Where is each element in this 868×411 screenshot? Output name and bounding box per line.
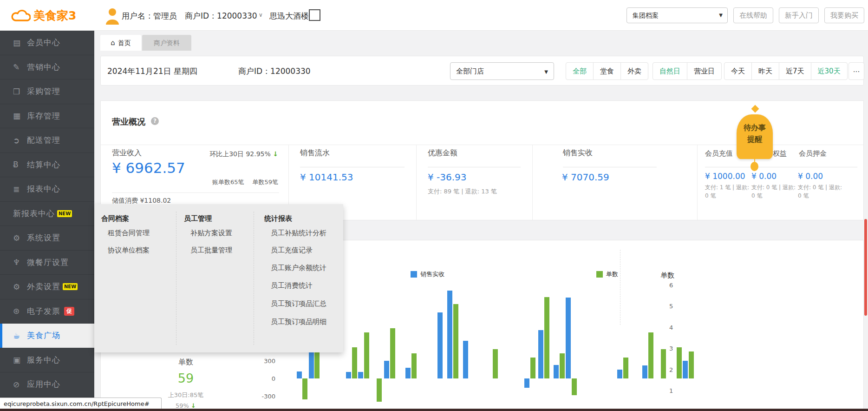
- group-archive-select-value: 集团档案: [633, 12, 659, 19]
- tab-home[interactable]: ⌂首页: [100, 35, 141, 51]
- sidebar-item-e-invoice[interactable]: ⊛电子发票促: [0, 299, 94, 324]
- sidebar-item-purchase-management[interactable]: ❒采购管理: [0, 80, 94, 104]
- menu-item-2-4[interactable]: 员工预订项品汇总: [271, 299, 326, 308]
- header-actions: 集团档案 ▼ 在线帮助 新手入门 我要购买: [627, 7, 864, 23]
- range-3-button[interactable]: 近30天: [811, 62, 848, 80]
- sidebar-item-service-center[interactable]: ▣服务中心: [0, 348, 94, 373]
- todo-reminder-line2: 提醒: [737, 133, 773, 145]
- sidebar-item-takeout-settings[interactable]: ⚙外卖设置NEW: [0, 275, 94, 299]
- chart-bar-销售实收: [309, 352, 314, 378]
- help-question-icon[interactable]: ?: [151, 117, 159, 125]
- divider: [532, 145, 533, 220]
- daytype-1-button[interactable]: 营业日: [687, 62, 722, 80]
- overview-title: 营业概况: [112, 116, 145, 127]
- order-count-compare: 上30日:85笔: [160, 391, 211, 399]
- merchant-id-dropdown[interactable]: 商户ID：12000330: [185, 11, 257, 21]
- chart-bar-单数: [493, 349, 498, 378]
- bell-stem: [754, 158, 755, 162]
- sidebar-item-label: 外卖设置: [27, 281, 60, 292]
- chart-bar-销售实收: [683, 361, 688, 378]
- new-badge: NEW: [63, 283, 78, 290]
- novice-guide-button[interactable]: 新手入门: [779, 7, 819, 23]
- order-count-label: 单数: [160, 358, 211, 367]
- menu-item-2-0[interactable]: 员工补贴统计分析: [271, 229, 326, 238]
- sidebar-item-label: 营销中心: [27, 62, 60, 73]
- revenue-value: ¥ 6962.57: [112, 159, 185, 176]
- sidebar-item-app-center[interactable]: ⊘应用中心: [0, 372, 94, 397]
- chart-bar-单数: [390, 328, 395, 378]
- app-logo-text: 美食家3: [33, 8, 76, 23]
- discount-label: 优惠金额: [428, 148, 457, 158]
- chart-bar-销售实收: [384, 361, 389, 378]
- legend-swatch-0: [411, 271, 417, 278]
- sidebar-item-marketing-center[interactable]: ✎营销中心: [0, 55, 94, 80]
- sidebar-item-delivery-management[interactable]: ➲配送管理: [0, 128, 94, 153]
- sidebar-item-inventory-management[interactable]: ▦库存管理: [0, 104, 94, 129]
- bell-clapper-icon: [751, 162, 758, 171]
- chart-bar-销售实收: [405, 368, 411, 378]
- inventory-building-icon: ▦: [13, 111, 27, 120]
- sidebar-item-label: 新报表中心: [13, 208, 55, 219]
- member-stat-sub-0: 支付: 1 笔 | 退款:: [705, 184, 749, 192]
- user-avatar-icon[interactable]: [103, 6, 122, 25]
- channel-0-button[interactable]: 全部: [566, 62, 594, 80]
- new-badge: NEW: [57, 210, 72, 217]
- qr-code-icon[interactable]: [309, 9, 320, 21]
- range-0-button[interactable]: 今天: [724, 62, 752, 80]
- menu-item-2-1[interactable]: 员工充值记录: [271, 246, 313, 255]
- taskbar-edge: [0, 409, 868, 411]
- member-stat-sub2-1: 0 笔: [751, 192, 762, 200]
- chart-bar-销售实收: [642, 365, 647, 378]
- sidebar-item-label: 结算中心: [27, 159, 60, 170]
- member-stat-sub2-0: 0 笔: [705, 192, 716, 200]
- range-1-button[interactable]: 昨天: [751, 62, 779, 80]
- left-axis-tick-2: -300: [255, 393, 275, 400]
- menu-item-1-1[interactable]: 员工批量管理: [190, 246, 232, 255]
- right-axis-tick-5: 1: [669, 387, 679, 394]
- menu-item-0-1[interactable]: 协议单位档案: [108, 246, 150, 255]
- sidebar: ▤会员中心✎营销中心❒采购管理▦库存管理➲配送管理Ƀ结算中心≣报表中心新报表中心…: [0, 31, 94, 411]
- coffee-cup-icon: ☕: [13, 331, 27, 340]
- group-archive-select[interactable]: 集团档案 ▼: [627, 7, 728, 23]
- chart-bar-单数: [453, 304, 458, 378]
- menu-item-0-0[interactable]: 租赁合同管理: [108, 229, 150, 238]
- sidebar-item-report-center[interactable]: ≣报表中心: [0, 177, 94, 202]
- buy-button[interactable]: 我要购买: [824, 7, 864, 23]
- chart-bar-销售实收: [358, 372, 363, 378]
- chart-bar-销售实收: [447, 291, 452, 378]
- sidebar-item-label: 报表中心: [27, 184, 60, 194]
- sidebar-item-settlement-center[interactable]: Ƀ结算中心: [0, 153, 94, 178]
- username-label: 用户名：管理员: [122, 11, 177, 21]
- store-select-value: 全部门店: [456, 67, 484, 75]
- chevron-down-icon: ∨: [259, 12, 263, 18]
- sidebar-item-member-center[interactable]: ▤会员中心: [0, 31, 94, 55]
- right-axis-tick-2: 4: [669, 324, 679, 331]
- bill-count: 账单数65笔: [212, 179, 244, 186]
- channel-1-button[interactable]: 堂食: [593, 62, 621, 80]
- range-2-button[interactable]: 近7天: [779, 62, 811, 80]
- daytype-0-button[interactable]: 自然日: [653, 62, 687, 80]
- menu-item-1-0[interactable]: 补贴方案设置: [190, 229, 232, 238]
- legend-item-0[interactable]: 销售实收: [411, 270, 444, 278]
- store-select[interactable]: 全部门店 ▼: [450, 62, 554, 80]
- revenue-compare-label: 环比上30日 92.95% ↓: [209, 150, 278, 159]
- more-ranges-button[interactable]: ...: [848, 62, 864, 80]
- sidebar-item-system-settings[interactable]: ⚙系统设置: [0, 226, 94, 251]
- member-card-icon: ▤: [13, 38, 27, 47]
- legend-item-1[interactable]: 单数: [596, 270, 618, 278]
- channel-2-button[interactable]: 外卖: [620, 62, 648, 80]
- tab-bar: ⌂首页 商户资料: [100, 35, 191, 51]
- menu-item-2-2[interactable]: 员工账户余额统计: [271, 264, 326, 272]
- sidebar-item-micro-restaurant-settings[interactable]: ♆微餐厅设置: [0, 251, 94, 275]
- chart-bar-销售实收: [554, 365, 559, 378]
- todo-reminder-bell[interactable]: 待办事 提醒: [737, 114, 773, 159]
- sidebar-item-new-report-center[interactable]: 新报表中心NEW: [0, 202, 94, 226]
- scrollbar-thumb[interactable]: [864, 219, 867, 316]
- menu-item-2-5[interactable]: 员工预订项品明细: [271, 318, 326, 326]
- logo-cloud-icon: [11, 7, 31, 24]
- net-received-value: ¥ 7070.59: [562, 172, 609, 183]
- sidebar-item-food-court[interactable]: ☕美食广场: [0, 324, 94, 348]
- tab-merchant-profile[interactable]: 商户资料: [142, 35, 191, 51]
- menu-item-2-3[interactable]: 员工消费统计: [271, 281, 313, 290]
- online-help-button[interactable]: 在线帮助: [733, 7, 773, 23]
